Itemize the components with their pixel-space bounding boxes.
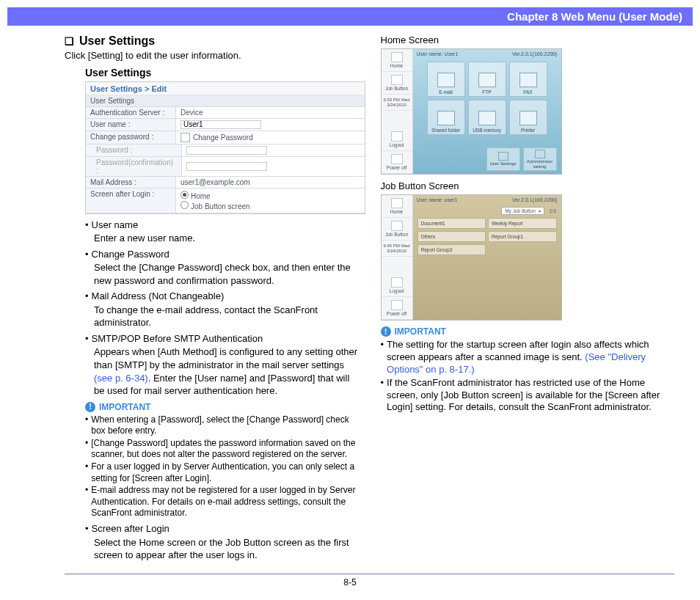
bullet-smtp: SMTP/POP Before SMTP Authentication bbox=[92, 332, 263, 345]
imp-item-3: For a user logged in by Server Authentic… bbox=[91, 461, 358, 484]
uset-username-label: User name : bbox=[86, 119, 176, 131]
important-label: IMPORTANT bbox=[99, 402, 150, 412]
ftp-icon bbox=[478, 73, 496, 87]
job-btn-others[interactable]: Others bbox=[418, 231, 486, 242]
email-icon bbox=[437, 73, 455, 87]
desc-smtp: Appears when [Auth Method] is configured… bbox=[94, 345, 359, 397]
jobbutton-icon bbox=[391, 221, 403, 231]
printer-icon bbox=[519, 111, 537, 125]
home-user-settings-btn[interactable]: User Settings bbox=[486, 147, 520, 171]
home-username: User name: User1 bbox=[417, 51, 459, 56]
power-icon bbox=[391, 154, 403, 164]
job-screen-heading: Job Button Screen bbox=[381, 180, 675, 191]
job-side-logout[interactable]: Logout bbox=[382, 274, 412, 297]
important-icon: ! bbox=[85, 402, 95, 412]
uset-username-input[interactable] bbox=[181, 120, 261, 129]
job-side-home[interactable]: Home bbox=[382, 195, 412, 218]
important-icon: ! bbox=[381, 326, 391, 337]
imp-right-2: If the ScanFront administrator has restr… bbox=[387, 377, 674, 414]
uset-radio-home[interactable] bbox=[181, 191, 189, 199]
uset-password-confirm-label: Password(confirmation) : bbox=[86, 157, 182, 176]
uset-title: User Settings > Edit bbox=[86, 82, 365, 95]
bullet-username: User name bbox=[92, 219, 139, 232]
bullet-changepw: Change Password bbox=[92, 248, 169, 261]
uset-password-confirm-input[interactable] bbox=[186, 162, 267, 171]
uset-radio-home-label: Home bbox=[191, 192, 211, 200]
page-number: 8-5 bbox=[0, 574, 700, 588]
desc-mail: To change the e-mail address, contact th… bbox=[94, 304, 359, 329]
power-icon bbox=[391, 300, 403, 310]
home-screen-screenshot: Home Job Button 9:33 PM Wed 3/24/2010 Lo… bbox=[381, 48, 562, 175]
uset-password-label: Password : bbox=[86, 144, 182, 156]
uset-password-input[interactable] bbox=[186, 146, 267, 155]
user-settings-screenshot: User Settings > Edit User Settings Authe… bbox=[85, 81, 365, 214]
desc-smtp-pre: Appears when [Auth Method] is configured… bbox=[94, 346, 357, 370]
side-logout[interactable]: Logout bbox=[382, 128, 412, 151]
side-home[interactable]: Home bbox=[382, 49, 412, 72]
usb-icon bbox=[478, 111, 496, 125]
chapter-header: Chapter 8 Web Menu (User Mode) bbox=[7, 7, 693, 26]
home-screen-heading: Home Screen bbox=[381, 34, 675, 45]
side-poweroff[interactable]: Power off bbox=[382, 151, 412, 174]
desc-username: Enter a new user name. bbox=[94, 232, 359, 245]
section-intro: Click [Setting] to edit the user informa… bbox=[65, 49, 359, 62]
section-pointer-icon bbox=[65, 35, 77, 47]
job-side-jobbutton[interactable]: Job Button bbox=[382, 218, 412, 241]
important-label-right: IMPORTANT bbox=[395, 326, 446, 337]
right-column: Home Screen Home Job Button 9:33 PM Wed … bbox=[381, 34, 675, 565]
imp-right-1: The setting for the startup screen after… bbox=[387, 339, 674, 376]
home-version: Ver.2.0.1(160.2200) bbox=[512, 51, 558, 56]
home-item-ftp[interactable]: FTP bbox=[468, 62, 506, 97]
home-item-shared[interactable]: Shared folder bbox=[427, 100, 465, 135]
desc-screen: Select the Home screen or the Job Button… bbox=[94, 536, 359, 562]
user-settings-icon bbox=[498, 152, 508, 161]
uset-auth-server-value: Device bbox=[176, 107, 365, 118]
home-icon bbox=[391, 198, 403, 208]
job-side-poweroff[interactable]: Power off bbox=[382, 297, 412, 320]
jobbutton-icon bbox=[391, 75, 403, 85]
side-time: 9:33 PM Wed 3/24/2010 bbox=[382, 95, 412, 111]
uset-radio-job[interactable] bbox=[181, 201, 189, 209]
job-side-time: 9:45 PM Wed 3/24/2010 bbox=[382, 241, 412, 257]
home-item-email[interactable]: E-mail bbox=[427, 62, 465, 97]
user-settings-subhead: User Settings bbox=[85, 67, 359, 78]
job-btn-group1[interactable]: Report Group1 bbox=[488, 231, 557, 242]
uset-mail-value: user1@example.com bbox=[176, 177, 365, 188]
job-username: User name: user1 bbox=[417, 197, 458, 202]
fax-icon bbox=[519, 73, 537, 87]
desc-changepw: Select the [Change Password] check box, … bbox=[94, 261, 359, 287]
uset-subbar: User Settings bbox=[86, 95, 365, 107]
section-title: User Settings bbox=[79, 34, 155, 48]
home-item-printer[interactable]: Printer bbox=[509, 100, 547, 135]
job-btn-weekly[interactable]: Weekly Report bbox=[488, 218, 557, 229]
home-icon bbox=[391, 52, 403, 62]
uset-mail-label: Mail Address : bbox=[86, 177, 176, 188]
side-jobbutton[interactable]: Job Button bbox=[382, 72, 412, 95]
logout-icon bbox=[391, 131, 403, 142]
uset-changepw-text: Change Password bbox=[193, 133, 253, 142]
uset-changepw-label: Change password : bbox=[86, 131, 176, 144]
home-item-usb[interactable]: USB memory bbox=[468, 100, 506, 135]
uset-radio-job-label: Job Button screen bbox=[191, 202, 250, 211]
logout-icon bbox=[391, 277, 403, 288]
imp-item-2: [Change Password] updates the password i… bbox=[91, 438, 358, 461]
admin-settings-icon bbox=[535, 150, 545, 158]
uset-changepw-checkbox[interactable] bbox=[181, 133, 190, 142]
uset-auth-server-label: Authentication Server : bbox=[86, 107, 176, 118]
job-page-indicator: 1/1 bbox=[550, 208, 557, 213]
left-column: User Settings Click [Setting] to edit th… bbox=[65, 34, 359, 565]
uset-screen-label: Screen after Login : bbox=[86, 189, 176, 213]
home-item-fax[interactable]: FAX bbox=[509, 62, 547, 97]
home-admin-settings-btn[interactable]: Administrator setting bbox=[523, 147, 557, 171]
job-btn-group2[interactable]: Report Group2 bbox=[418, 244, 486, 255]
job-dropdown[interactable]: My Job Button bbox=[501, 207, 544, 215]
job-screen-screenshot: Home Job Button 9:45 PM Wed 3/24/2010 Lo… bbox=[381, 194, 562, 321]
bullet-mail: Mail Address (Not Changeable) bbox=[92, 290, 225, 303]
job-btn-document1[interactable]: Document1 bbox=[418, 218, 486, 229]
folder-icon bbox=[437, 111, 455, 125]
imp-item-4: E-mail address may not be registered for… bbox=[91, 485, 358, 519]
job-version: Ver.2.0.1(160.2200) bbox=[512, 197, 558, 202]
bullet-screen: Screen after Login bbox=[92, 522, 169, 535]
link-see-p634[interactable]: (see p. 6-34) bbox=[94, 373, 148, 384]
imp-item-1: When entering a [Password], select the [… bbox=[91, 414, 358, 437]
